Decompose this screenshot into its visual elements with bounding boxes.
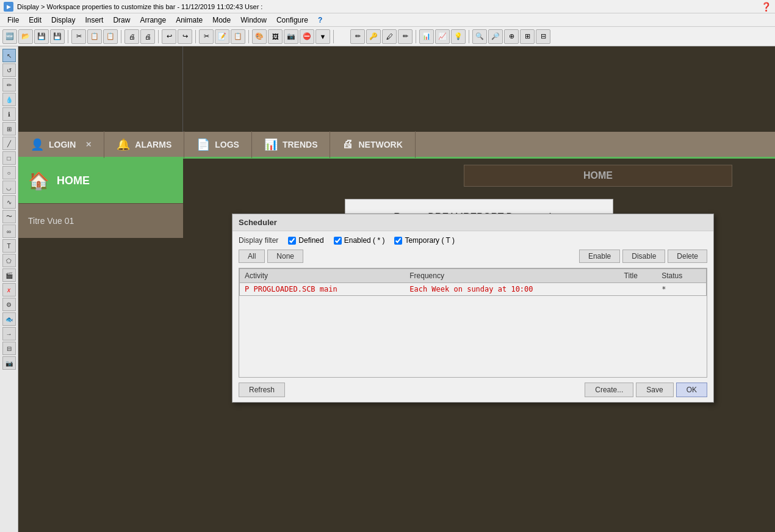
tab-logs[interactable]: 📄 LOGS bbox=[184, 131, 252, 158]
btn-none[interactable]: None bbox=[267, 250, 303, 263]
menu-insert[interactable]: Insert bbox=[80, 15, 108, 26]
tool-rect[interactable]: □ bbox=[2, 151, 16, 165]
btn-delete[interactable]: Delete bbox=[668, 250, 707, 263]
toolbar-redo[interactable]: ↪ bbox=[178, 29, 192, 44]
toolbar-save2[interactable]: 💾 bbox=[50, 29, 65, 44]
tab-trends[interactable]: 📊 TRENDS bbox=[252, 131, 331, 158]
checkbox-temporary-input[interactable] bbox=[394, 237, 402, 245]
toolbar-open[interactable]: 📂 bbox=[18, 29, 33, 44]
toolbar-print2[interactable]: 🖨 bbox=[140, 29, 155, 44]
tool-shape1[interactable]: ⬠ bbox=[2, 254, 16, 267]
nav-secondary-button[interactable]: Titre Vue 01 bbox=[18, 203, 183, 238]
toolbar-chart1[interactable]: 📊 bbox=[419, 29, 434, 44]
tool-camera[interactable]: 📷 bbox=[2, 356, 16, 370]
tab-trends-label: TRENDS bbox=[283, 140, 318, 149]
toolbar-new[interactable]: 🆕 bbox=[2, 29, 17, 44]
tab-alarms[interactable]: 🔔 ALARMS bbox=[104, 131, 184, 158]
tool-grid[interactable]: ⊟ bbox=[2, 342, 16, 355]
btn-create[interactable]: Create... bbox=[585, 383, 633, 397]
tool-settings[interactable]: ⚙ bbox=[2, 298, 16, 311]
sep3 bbox=[158, 30, 159, 43]
tool-arc[interactable]: ◡ bbox=[2, 181, 16, 194]
menu-animate[interactable]: Animate bbox=[171, 15, 207, 26]
tool-pen[interactable]: ✏ bbox=[2, 78, 16, 92]
title-bar: ▶ Display > Workspace properties to cust… bbox=[0, 0, 775, 13]
help-button[interactable]: ? bbox=[313, 15, 327, 26]
toolbar-scissors[interactable]: ✂ bbox=[199, 29, 214, 44]
toolbar-undo[interactable]: ↩ bbox=[162, 29, 176, 44]
btn-ok[interactable]: OK bbox=[676, 383, 707, 397]
tool-line[interactable]: ╱ bbox=[2, 137, 16, 150]
toolbar-edit3[interactable]: 🖊 bbox=[382, 29, 397, 44]
checkbox-defined[interactable]: Defined bbox=[288, 236, 323, 245]
title-text: Display > Workspace properties to custom… bbox=[17, 3, 262, 10]
btn-disable[interactable]: Disable bbox=[622, 250, 665, 263]
menu-display[interactable]: Display bbox=[46, 15, 80, 26]
menu-configure[interactable]: Configure bbox=[272, 15, 313, 26]
checkbox-enabled-input[interactable] bbox=[334, 237, 342, 245]
menu-draw[interactable]: Draw bbox=[108, 15, 135, 26]
btn-all[interactable]: All bbox=[239, 250, 265, 263]
toolbar-copy2[interactable]: 📝 bbox=[215, 29, 229, 44]
btn-save[interactable]: Save bbox=[636, 383, 673, 397]
toolbar-zoom-extra[interactable]: ⊟ bbox=[536, 29, 550, 44]
help-icon: ❓ bbox=[761, 2, 771, 12]
tool-wave[interactable]: 〜 bbox=[2, 210, 16, 223]
tool-eyedrop[interactable]: 💧 bbox=[2, 93, 16, 106]
toolbar-print[interactable]: 🖨 bbox=[124, 29, 139, 44]
toolbar-edit1[interactable]: ✏ bbox=[350, 29, 365, 44]
tool-rotate[interactable]: ↺ bbox=[2, 63, 16, 77]
tool-bezier[interactable]: ∿ bbox=[2, 195, 16, 209]
toolbar-img1[interactable]: 🎨 bbox=[252, 29, 267, 44]
tool-select[interactable]: ↖ bbox=[2, 49, 16, 62]
btn-enable[interactable]: Enable bbox=[579, 250, 620, 263]
sep1 bbox=[68, 30, 68, 43]
tab-logs-label: LOGS bbox=[215, 140, 239, 149]
menu-window[interactable]: Window bbox=[236, 15, 272, 26]
toolbar-paste[interactable]: 📋 bbox=[103, 29, 118, 44]
table-row[interactable]: P PROGLOADED.SCB main Each Week on sunda… bbox=[240, 283, 707, 296]
toolbar-cut[interactable]: ✂ bbox=[71, 29, 86, 44]
scheduler-btn-row: All None Enable Disable Delete bbox=[239, 250, 707, 263]
tool-fish[interactable]: 🐟 bbox=[2, 312, 16, 326]
tool-shape2[interactable]: 🎬 bbox=[2, 268, 16, 282]
toolbar-zoom-out[interactable]: 🔎 bbox=[488, 29, 503, 44]
tool-arrow[interactable]: → bbox=[2, 327, 16, 340]
toolbar-arrow[interactable]: ▼ bbox=[315, 29, 330, 44]
tab-network[interactable]: 🖨 NETWORK bbox=[330, 131, 415, 158]
toolbar-zoom-custom[interactable]: ⊞ bbox=[520, 29, 535, 44]
toolbar-light[interactable]: 💡 bbox=[451, 29, 466, 44]
toolbar-save[interactable]: 💾 bbox=[34, 29, 49, 44]
menu-file[interactable]: File bbox=[2, 15, 24, 26]
nav-home-button[interactable]: 🏠 HOME bbox=[18, 159, 183, 203]
tool-fx[interactable]: x bbox=[2, 283, 16, 297]
tool-loop[interactable]: ∞ bbox=[2, 225, 16, 238]
toolbar-stop[interactable]: ⛔ bbox=[300, 29, 314, 44]
tool-info[interactable]: ℹ bbox=[2, 107, 16, 121]
toolbar-img3[interactable]: 📷 bbox=[284, 29, 298, 44]
tab-login[interactable]: 👤 LOGIN ✕ bbox=[18, 131, 104, 158]
menu-edit[interactable]: Edit bbox=[24, 15, 46, 26]
tool-circle[interactable]: ○ bbox=[2, 166, 16, 179]
toolbar-edit2[interactable]: 🔑 bbox=[366, 29, 381, 44]
network-icon: 🖨 bbox=[342, 138, 353, 151]
checkbox-enabled[interactable]: Enabled ( * ) bbox=[334, 236, 385, 245]
menu-mode[interactable]: Mode bbox=[207, 15, 236, 26]
toolbar-img2[interactable]: 🖼 bbox=[268, 29, 283, 44]
toolbar-chart2[interactable]: 📈 bbox=[435, 29, 450, 44]
toolbar-zoom-fit[interactable]: ⊕ bbox=[504, 29, 519, 44]
btn-refresh[interactable]: Refresh bbox=[239, 383, 285, 397]
sep2 bbox=[121, 30, 121, 43]
menu-arrange[interactable]: Arrange bbox=[135, 15, 171, 26]
toolbar-paste2[interactable]: 📋 bbox=[231, 29, 245, 44]
checkbox-temporary[interactable]: Temporary ( T ) bbox=[394, 236, 455, 245]
scheduler-body: Display filter Defined Enabled ( * ) bbox=[232, 231, 713, 402]
toolbar-copy[interactable]: 📋 bbox=[87, 29, 102, 44]
toolbar-zoom-in[interactable]: 🔍 bbox=[472, 29, 487, 44]
toolbar-edit4[interactable]: ✏ bbox=[398, 29, 413, 44]
checkbox-defined-input[interactable] bbox=[288, 237, 296, 245]
tool-table[interactable]: ⊞ bbox=[2, 122, 16, 135]
col-title: Title bbox=[619, 269, 657, 283]
tool-text[interactable]: T bbox=[2, 239, 16, 253]
tab-login-close[interactable]: ✕ bbox=[85, 140, 92, 149]
